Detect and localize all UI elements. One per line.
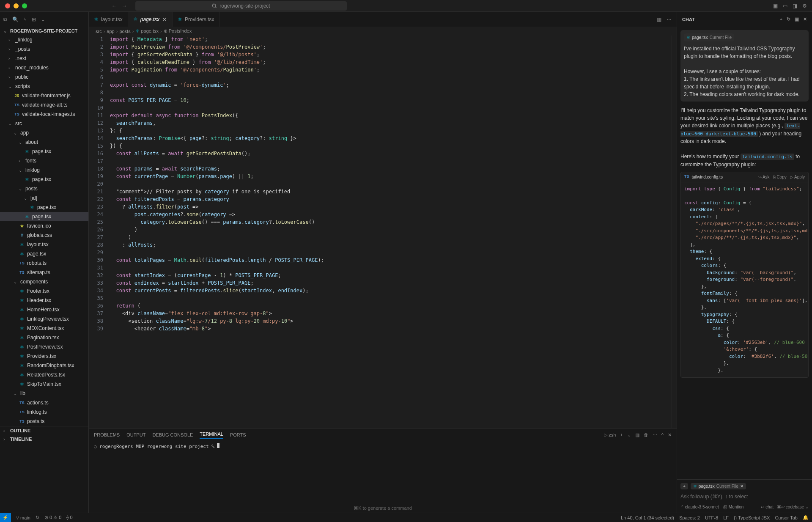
file-item[interactable]: ⚛layout.tsx	[0, 240, 88, 249]
chat-new-icon[interactable]: +	[780, 16, 782, 22]
file-item[interactable]: ⚛RelatedPosts.tsx	[0, 370, 88, 379]
breadcrumb-item[interactable]: ⚛ page.tsx	[135, 28, 159, 34]
editor-tab[interactable]: ⚛page.tsx✕	[128, 12, 173, 27]
code-ask-button[interactable]: ↪ Ask	[758, 174, 770, 180]
file-item[interactable]: ⚛page.tsx	[0, 249, 88, 258]
sync-button[interactable]: ↻	[36, 515, 39, 520]
explorer-files-icon[interactable]: ⧉	[3, 16, 7, 22]
split-editor-icon[interactable]: ▥	[657, 16, 661, 22]
project-root[interactable]: ⌄ ROGERWONG-SITE-PROJECT	[0, 27, 88, 35]
cursor-tab[interactable]: Cursor Tab	[775, 515, 798, 520]
file-item[interactable]: ⚛page.tsx	[0, 175, 88, 184]
chat-close-icon[interactable]: ✕	[803, 16, 807, 22]
terminal-split-icon[interactable]: ▥	[635, 432, 639, 438]
panel-tab[interactable]: PORTS	[230, 432, 246, 437]
indentation[interactable]: Spaces: 2	[679, 515, 700, 520]
nav-back-icon[interactable]: ←	[112, 3, 117, 9]
file-item[interactable]: ⚛SkipToMain.tsx	[0, 379, 88, 389]
close-window-button[interactable]	[5, 3, 10, 8]
remove-context-icon[interactable]: ✕	[740, 484, 743, 489]
file-item[interactable]: TSvalidate-local-images.ts	[0, 110, 88, 119]
breadcrumb[interactable]: src›app›posts›⚛ page.tsx›⊕ PostsIndex	[89, 27, 677, 36]
breadcrumb-item[interactable]: posts	[119, 29, 130, 34]
minimap[interactable]	[672, 36, 677, 428]
terminal-body[interactable]: ○ roger@Rogers-MBP rogerwong-site-projec…	[89, 441, 677, 506]
panel-tab[interactable]: TERMINAL	[200, 431, 223, 439]
explorer-more-icon[interactable]: ⌄	[41, 16, 45, 22]
file-item[interactable]: ⚛RandomDingbats.tsx	[0, 361, 88, 370]
file-item[interactable]: ⚛Pagination.tsx	[0, 333, 88, 342]
panel-tab[interactable]: OUTPUT	[126, 432, 145, 437]
editor-more-icon[interactable]: ⋯	[667, 16, 672, 22]
file-item[interactable]: ⚛LinklogPreview.tsx	[0, 314, 88, 324]
file-item[interactable]: TSvalidate-image-alt.ts	[0, 100, 88, 110]
folder-item[interactable]: ⌄about	[0, 137, 88, 147]
chat-input-context-pill[interactable]: ⚛ page.tsx Current File ✕	[691, 483, 746, 489]
breadcrumb-item[interactable]: ⊕ PostsIndex	[164, 28, 192, 34]
file-item[interactable]: ⚛Header.tsx	[0, 296, 88, 305]
folder-item[interactable]: ⌄lib	[0, 389, 88, 398]
terminal-maximize-icon[interactable]: ^	[661, 432, 664, 437]
chat-input[interactable]	[680, 492, 809, 501]
folder-item[interactable]: ⌄src	[0, 119, 88, 128]
chat-model-selector[interactable]: ⌃ claude-3.5-sonnet	[680, 505, 719, 509]
code-apply-button[interactable]: ▷ Apply	[790, 174, 805, 180]
file-item[interactable]: ★favicon.ico	[0, 221, 88, 231]
code-editor[interactable]: 1234567891011121314151617181920212223242…	[89, 36, 677, 428]
chat-dock-icon[interactable]: ▣	[795, 16, 799, 22]
command-center[interactable]: rogerwong-site-project	[135, 1, 347, 11]
panel-tab[interactable]: DEBUG CONSOLE	[152, 432, 193, 437]
settings-icon[interactable]: ⚙	[802, 3, 807, 9]
folder-item[interactable]: ⌄scripts	[0, 82, 88, 91]
timeline-section[interactable]: › TIMELINE	[0, 435, 88, 443]
outline-section[interactable]: › OUTLINE	[0, 426, 88, 435]
chat-code-body[interactable]: import type { Config } from "tailwindcss…	[681, 182, 808, 378]
eol[interactable]: LF	[723, 515, 729, 520]
folder-item[interactable]: ›.next	[0, 54, 88, 63]
folder-item[interactable]: ›fonts	[0, 156, 88, 165]
folder-item[interactable]: ⌄posts	[0, 184, 88, 193]
chat-history-icon[interactable]: ↻	[787, 16, 790, 22]
file-item[interactable]: TSrobots.ts	[0, 258, 88, 268]
minimize-window-button[interactable]	[14, 3, 19, 8]
encoding[interactable]: UTF-8	[705, 515, 718, 520]
cursor-position[interactable]: Ln 40, Col 1 (34 selected)	[621, 515, 674, 520]
folder-item[interactable]: ›node_modules	[0, 63, 88, 72]
terminal-trash-icon[interactable]: 🗑	[644, 432, 648, 437]
notifications-icon[interactable]: 🔔	[803, 515, 809, 520]
code-copy-button[interactable]: ⎘ Copy	[773, 174, 787, 180]
breadcrumb-item[interactable]: src	[96, 29, 102, 34]
file-item[interactable]: JSvalidate-frontmatter.js	[0, 91, 88, 100]
file-item[interactable]: ⚛page.tsx	[0, 212, 88, 221]
folder-item[interactable]: ⌄app	[0, 128, 88, 137]
terminal-add-icon[interactable]: +	[620, 432, 623, 437]
nav-forward-icon[interactable]: →	[122, 3, 127, 9]
file-item[interactable]: TSlinklog.ts	[0, 407, 88, 417]
file-item[interactable]: ⚛HomeHero.tsx	[0, 305, 88, 314]
folder-item[interactable]: ⌄linklog	[0, 165, 88, 175]
folder-item[interactable]: ›public	[0, 72, 88, 82]
file-item[interactable]: TSsitemap.ts	[0, 268, 88, 277]
editor-tab[interactable]: ⚛layout.tsx	[89, 12, 128, 27]
file-item[interactable]: #globals.css	[0, 231, 88, 240]
ports-indicator[interactable]: ⟠ 0	[66, 515, 72, 520]
language-mode[interactable]: {} TypeScript JSX	[734, 515, 770, 520]
explorer-scm-icon[interactable]: ⑂	[24, 16, 27, 22]
folder-item[interactable]: ⌄components	[0, 277, 88, 286]
git-branch[interactable]: ⑂ main	[16, 515, 30, 520]
chat-context-pill[interactable]: ⚛ page.tsx Current File	[684, 33, 734, 41]
file-item[interactable]: TSposts.ts	[0, 417, 88, 426]
panel-tab[interactable]: PROBLEMS	[94, 432, 120, 437]
chat-mention-button[interactable]: @ Mention	[723, 505, 744, 509]
folder-item[interactable]: ›_linklog	[0, 35, 88, 44]
chat-codebase-button[interactable]: ⌘↩ codebase ⌄	[777, 505, 809, 509]
breadcrumb-item[interactable]: app	[107, 29, 114, 34]
chat-send-button[interactable]: ↩ chat	[761, 505, 774, 509]
remote-indicator[interactable]: ⚡	[0, 513, 11, 522]
layout-primary-icon[interactable]: ▣	[773, 3, 778, 9]
terminal-shell-label[interactable]: ▷ zsh	[604, 432, 616, 438]
problems-indicator[interactable]: ⊘ 0 ⚠ 0	[44, 515, 61, 520]
layout-secondary-icon[interactable]: ◨	[793, 3, 797, 9]
file-item[interactable]: TSactions.ts	[0, 398, 88, 407]
file-item[interactable]: ⚛MDXContent.tsx	[0, 324, 88, 333]
